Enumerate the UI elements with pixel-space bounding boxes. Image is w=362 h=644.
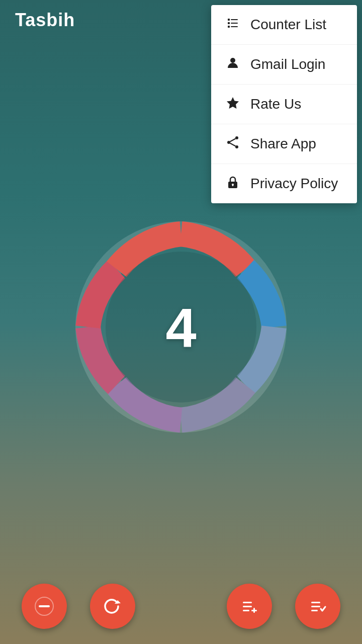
svg-rect-4 (228, 26, 230, 28)
svg-rect-25 (251, 610, 257, 611)
reset-icon (103, 597, 122, 616)
svg-point-9 (227, 141, 230, 144)
menu-item-rate-us[interactable]: Rate Us (211, 85, 357, 124)
svg-marker-7 (227, 97, 239, 109)
dropdown-menu: Counter List Gmail Login Rate Us (211, 5, 357, 203)
done-icon (308, 597, 327, 616)
bottom-toolbar (0, 584, 362, 629)
menu-label-counter-list: Counter List (250, 17, 326, 33)
counter-value: 4 (165, 295, 196, 359)
svg-rect-26 (311, 602, 320, 603)
counter-area[interactable]: 4 (65, 211, 297, 443)
menu-item-gmail-login[interactable]: Gmail Login (211, 45, 357, 85)
menu-label-gmail-login: Gmail Login (250, 56, 325, 72)
svg-rect-5 (231, 26, 238, 27)
svg-line-11 (230, 139, 236, 142)
svg-line-12 (230, 143, 236, 146)
menu-item-counter-list[interactable]: Counter List (211, 5, 357, 45)
donut-chart: 4 (65, 211, 297, 443)
svg-rect-21 (243, 602, 252, 603)
svg-rect-22 (243, 606, 252, 607)
svg-rect-19 (39, 605, 50, 607)
svg-point-6 (230, 58, 235, 63)
svg-rect-1 (231, 19, 238, 20)
svg-point-8 (235, 136, 238, 139)
menu-item-share-app[interactable]: Share App (211, 124, 357, 164)
app-title: Tasbih (15, 10, 75, 31)
share-icon (225, 135, 240, 152)
svg-rect-28 (311, 610, 318, 611)
add-list-button[interactable] (227, 584, 272, 629)
svg-rect-27 (311, 606, 320, 607)
menu-label-rate-us: Rate Us (250, 96, 301, 112)
menu-label-share-app: Share App (250, 136, 316, 152)
svg-rect-23 (243, 610, 249, 611)
lock-icon (225, 175, 240, 192)
reset-button[interactable] (90, 584, 135, 629)
star-icon (225, 96, 240, 113)
menu-item-privacy-policy[interactable]: Privacy Policy (211, 164, 357, 203)
person-icon (225, 56, 240, 73)
add-list-icon (240, 597, 259, 616)
svg-point-10 (235, 145, 238, 148)
svg-rect-2 (228, 22, 230, 24)
decrease-button[interactable] (22, 584, 67, 629)
svg-rect-0 (228, 19, 230, 21)
done-button[interactable] (295, 584, 340, 629)
svg-rect-3 (231, 23, 238, 24)
svg-rect-15 (232, 185, 233, 186)
list-icon (225, 16, 240, 33)
minus-icon (35, 597, 54, 616)
menu-label-privacy-policy: Privacy Policy (250, 176, 338, 192)
